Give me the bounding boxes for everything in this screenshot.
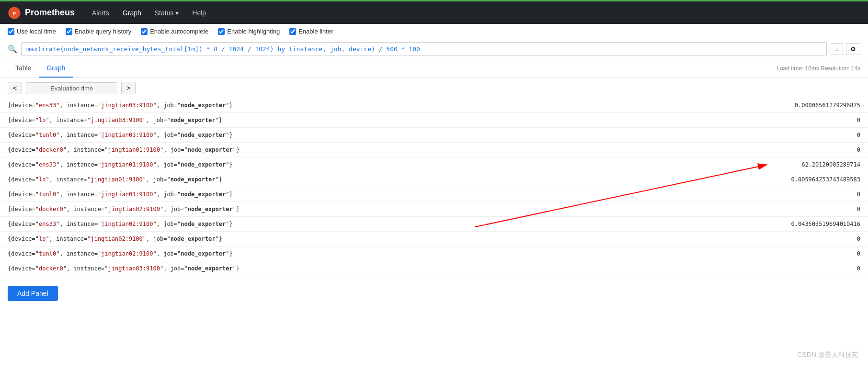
checkbox-input-enable-query-history[interactable]	[66, 28, 72, 35]
table-row: {device="ens33", instance="jingtian03:91…	[0, 98, 868, 113]
metric-key: instance	[67, 191, 94, 198]
metric-value-bold: node_exporter	[171, 117, 216, 123]
metric-value: ens33	[39, 161, 56, 168]
checkbox-label-enable-query-history: Enable query history	[75, 28, 132, 35]
metric-key: job	[163, 250, 174, 257]
metric-key: device	[11, 235, 32, 242]
metric-key: instance	[67, 221, 94, 227]
checkbox-enable-query-history[interactable]: Enable query history	[66, 28, 132, 35]
metric-key: device	[11, 250, 32, 257]
value-cell: 62.20120005289714	[763, 157, 868, 172]
metric-value: tunl0	[39, 191, 56, 198]
metric-key: instance	[56, 117, 84, 123]
metric-key: job	[171, 206, 181, 212]
metric-key: device	[11, 221, 32, 227]
nav-alerts[interactable]: Alerts	[86, 5, 115, 21]
value-cell: 0	[763, 202, 868, 217]
value-cell: 0.00006561279296875	[763, 98, 868, 113]
value-cell: 0	[763, 187, 868, 202]
checkbox-input-enable-autocomplete[interactable]	[141, 28, 148, 35]
metric-cell: {device="tunl0", instance="jingtian02:91…	[0, 246, 763, 261]
metric-key: device	[11, 161, 32, 168]
metric-key: instance	[73, 265, 101, 272]
metric-key: job	[163, 221, 174, 227]
metric-key: instance	[67, 102, 94, 109]
search-input[interactable]	[21, 42, 827, 56]
metric-cell: {device="ens33", instance="jingtian01:91…	[0, 157, 763, 172]
metric-key: job	[153, 235, 164, 242]
metric-key: device	[11, 176, 32, 183]
checkbox-use-local-time[interactable]: Use local time	[8, 28, 56, 35]
metric-key: device	[11, 117, 32, 123]
value-cell: 0	[763, 128, 868, 143]
search-actions: ≡ ⚙	[831, 43, 860, 55]
eval-time-label: Evaluation time	[26, 82, 117, 94]
table-row: {device="lo", instance="jingtian02:9100"…	[0, 232, 868, 246]
list-view-button[interactable]: ≡	[831, 43, 843, 55]
tab-graph[interactable]: Graph	[39, 59, 73, 78]
eval-next-button[interactable]: >	[121, 82, 136, 94]
metric-value: jingtian02:9100	[91, 235, 142, 242]
checkbox-input-enable-highlighting[interactable]	[218, 28, 225, 35]
checkbox-enable-autocomplete[interactable]: Enable autocomplete	[141, 28, 208, 35]
tabs-left: Table Graph	[8, 59, 73, 78]
checkbox-input-use-local-time[interactable]	[8, 28, 14, 35]
metric-key: job	[163, 191, 174, 198]
metric-value: jingtian01:9100	[101, 161, 153, 168]
table-row: {device="docker0", instance="jingtian02:…	[0, 202, 868, 217]
metric-cell: {device="lo", instance="jingtian03:9100"…	[0, 113, 763, 128]
nav-help[interactable]: Help	[186, 5, 212, 21]
metric-value-bold: node_exporter	[181, 161, 226, 168]
results-container: {device="ens33", instance="jingtian03:91…	[0, 98, 868, 276]
metric-cell: {device="tunl0", instance="jingtian01:91…	[0, 187, 763, 202]
metric-value-bold: node_exporter	[188, 146, 233, 153]
checkbox-input-enable-linter[interactable]	[289, 28, 296, 35]
metric-key: device	[11, 265, 32, 272]
metric-value: ens33	[39, 221, 56, 227]
metric-key: instance	[73, 206, 101, 212]
metric-value: jingtian01:9100	[108, 146, 160, 153]
metric-key: instance	[67, 132, 94, 138]
metric-key: job	[171, 146, 181, 153]
metric-key: job	[163, 132, 174, 138]
nav-status[interactable]: Status ▾	[149, 5, 185, 21]
metric-cell: {device="docker0", instance="jingtian01:…	[0, 143, 763, 157]
metric-value: jingtian02:9100	[108, 206, 160, 212]
eval-prev-button[interactable]: <	[8, 82, 22, 94]
metric-value-bold: node_exporter	[171, 176, 216, 183]
metric-key: instance	[56, 235, 84, 242]
metric-key: device	[11, 191, 32, 198]
metric-value-bold: node_exporter	[188, 265, 233, 272]
value-cell: 0	[763, 261, 868, 276]
tab-table[interactable]: Table	[8, 59, 39, 78]
tabs-bar: Table Graph Load time: 10ms Resolution: …	[0, 59, 868, 78]
value-cell: 0.043503519694010416	[763, 217, 868, 232]
metric-cell: {device="ens33", instance="jingtian02:91…	[0, 217, 763, 232]
metric-value: ens33	[39, 102, 56, 109]
table-row: {device="tunl0", instance="jingtian02:91…	[0, 246, 868, 261]
value-cell: 0	[763, 246, 868, 261]
table-row: {device="lo", instance="jingtian03:9100"…	[0, 113, 868, 128]
brand: P Prometheus	[8, 6, 75, 20]
table-row: {device="docker0", instance="jingtian01:…	[0, 143, 868, 157]
metric-key: job	[153, 176, 164, 183]
settings-button[interactable]: ⚙	[846, 43, 860, 55]
nav-graph[interactable]: Graph	[117, 5, 147, 21]
add-panel-button[interactable]: Add Panel	[8, 286, 58, 301]
metric-value: lo	[39, 235, 46, 242]
metric-cell: {device="docker0", instance="jingtian02:…	[0, 202, 763, 217]
metric-value-bold: node_exporter	[181, 250, 226, 257]
table-row: {device="tunl0", instance="jingtian03:91…	[0, 128, 868, 143]
checkbox-label-enable-autocomplete: Enable autocomplete	[150, 28, 208, 35]
metric-key: job	[163, 102, 174, 109]
table-row: {device="ens33", instance="jingtian02:91…	[0, 217, 868, 232]
checkbox-enable-highlighting[interactable]: Enable highlighting	[218, 28, 280, 35]
search-bar: 🔍 ≡ ⚙	[0, 39, 868, 59]
metric-key: instance	[67, 161, 94, 168]
metric-value-bold: node_exporter	[181, 191, 226, 198]
metric-key: job	[163, 161, 174, 168]
checkbox-enable-linter[interactable]: Enable linter	[289, 28, 333, 35]
metric-key: device	[11, 206, 32, 212]
metric-cell: {device="lo", instance="jingtian02:9100"…	[0, 232, 763, 246]
checkbox-label-enable-highlighting: Enable highlighting	[227, 28, 280, 35]
